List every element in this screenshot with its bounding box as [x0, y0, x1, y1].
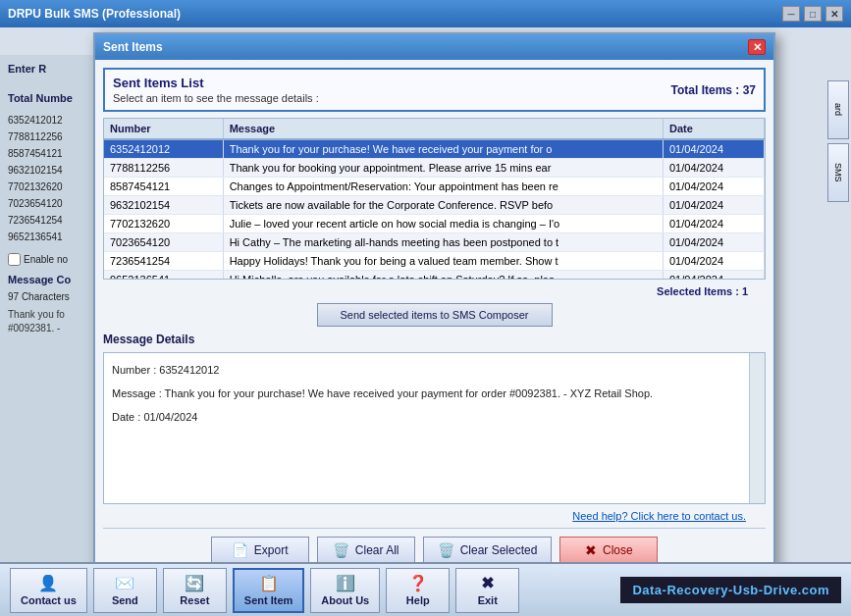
export-icon: 📄 — [232, 542, 248, 558]
taskbar-send-btn[interactable]: ✉️ Send — [93, 568, 157, 613]
message-date-line: Date : 01/04/2024 — [112, 408, 757, 426]
close-btn[interactable]: ✕ — [825, 6, 843, 22]
number-label: Number : — [112, 364, 159, 376]
message-text-line: Message : Thank you for your purchase! W… — [112, 385, 757, 402]
taskbar-about-btn[interactable]: ℹ️ About Us — [310, 568, 380, 613]
cell-number: 9652136541 — [104, 271, 223, 280]
table-row[interactable]: 9652136541 Hi Michelle, are you availabl… — [104, 271, 765, 280]
sent-item-icon: 📋 — [259, 574, 279, 592]
total-num-label: Total Numbe — [4, 88, 99, 108]
table-row[interactable]: 7788112256 Thank you for booking your ap… — [104, 159, 765, 178]
table-row[interactable]: 8587454121 Changes to Appointment/Reserv… — [104, 178, 765, 196]
sent-items-title: Sent Items List — [113, 76, 319, 90]
sent-items-table: Number Message Date 6352412012 Thank you… — [104, 119, 765, 279]
list-item: 7236541254 — [8, 212, 95, 229]
exit-label: Exit — [478, 594, 498, 606]
cell-message: Tickets are now available for the Corpor… — [223, 196, 663, 215]
branding: Data-Recovery-Usb-Drive.com — [620, 577, 841, 603]
msg-preview: Thank you fo#0092381. - — [4, 304, 99, 339]
clear-all-button[interactable]: 🗑️ Clear All — [317, 537, 415, 564]
help-label: Help — [406, 594, 430, 606]
contact-icon: 👤 — [38, 574, 58, 592]
list-item: 7702132620 — [8, 179, 95, 195]
enter-r-label: Enter R — [4, 59, 99, 78]
col-header-message: Message — [223, 119, 663, 139]
message-value: Thank you for your purchase! We have rec… — [165, 387, 654, 399]
exit-icon: ✖ — [481, 574, 494, 592]
main-window: DRPU Bulk SMS (Professional) ─ □ ✕ Enter… — [0, 0, 851, 616]
maximize-btn[interactable]: □ — [804, 6, 822, 22]
right-side-buttons: ard SMS — [824, 77, 851, 206]
taskbar: 👤 Contact us ✉️ Send 🔄 Reset 📋 Sent Item… — [0, 562, 851, 616]
export-button[interactable]: 📄 Export — [211, 537, 309, 564]
taskbar-sent-item-btn[interactable]: 📋 Sent Item — [233, 568, 305, 613]
clear-selected-button[interactable]: 🗑️ Clear Selected — [423, 537, 553, 564]
table-row[interactable]: 7236541254 Happy Holidays! Thank you for… — [104, 252, 765, 271]
cell-message: Thank you for your purchase! We have rec… — [223, 139, 663, 159]
cell-message: Hi Michelle, are you available for a lat… — [223, 271, 663, 280]
about-label: About Us — [321, 594, 369, 606]
enable-checkbox[interactable] — [8, 253, 21, 266]
table-row[interactable]: 7702132620 Julie – loved your recent art… — [104, 215, 765, 233]
cell-date: 01/04/2024 — [663, 159, 764, 178]
list-item: 9652136541 — [8, 229, 95, 245]
taskbar-contact-btn[interactable]: 👤 Contact us — [10, 568, 87, 613]
minimize-btn[interactable]: ─ — [782, 6, 800, 22]
cell-number: 8587454121 — [104, 178, 223, 196]
side-btn-1[interactable]: ard — [827, 80, 849, 139]
cell-date: 01/04/2024 — [663, 215, 764, 233]
message-details-box: Number : 6352412012 Message : Thank you … — [103, 352, 766, 504]
taskbar-reset-btn[interactable]: 🔄 Reset — [163, 568, 227, 613]
taskbar-help-btn[interactable]: ❓ Help — [386, 568, 450, 613]
close-button[interactable]: ✖ Close — [559, 537, 658, 564]
cell-number: 7236541254 — [104, 252, 223, 271]
send-selected-button[interactable]: Send selected items to SMS Composer — [317, 303, 553, 327]
col-header-number: Number — [104, 119, 223, 139]
close-label: Close — [603, 543, 633, 557]
cell-number: 9632102154 — [104, 196, 223, 215]
sent-item-label: Sent Item — [244, 594, 293, 606]
taskbar-exit-btn[interactable]: ✖ Exit — [455, 568, 519, 613]
message-number-line: Number : 6352412012 — [112, 361, 757, 379]
list-item: 6352412012 — [8, 112, 95, 128]
col-header-date: Date — [663, 119, 764, 139]
table-row[interactable]: 9632102154 Tickets are now available for… — [104, 196, 765, 215]
cell-number: 7788112256 — [104, 159, 223, 178]
cell-number: 6352412012 — [104, 139, 223, 159]
clear-selected-label: Clear Selected — [460, 543, 538, 557]
clear-all-label: Clear All — [355, 543, 399, 557]
selected-items-label: Selected Items : 1 — [103, 285, 766, 297]
send-label: Send — [112, 594, 138, 606]
export-label: Export — [254, 543, 289, 557]
cell-date: 01/04/2024 — [663, 252, 764, 271]
details-scrollbar[interactable] — [749, 353, 765, 503]
cell-date: 01/04/2024 — [663, 196, 764, 215]
message-label: Message : — [112, 387, 165, 399]
cell-message: Happy Holidays! Thank you for being a va… — [223, 252, 663, 271]
table-scroll[interactable]: Number Message Date 6352412012 Thank you… — [104, 119, 765, 279]
clear-all-icon: 🗑️ — [333, 542, 349, 558]
cell-message: Julie – loved your recent article on how… — [223, 215, 663, 233]
list-item: 7023654120 — [8, 195, 95, 212]
about-icon: ℹ️ — [336, 574, 355, 592]
sent-items-subtitle: Select an item to see the message detail… — [113, 92, 319, 104]
message-details-label: Message Details — [103, 333, 766, 346]
sent-items-header: Sent Items List Select an item to see th… — [103, 68, 766, 112]
number-list: 6352412012 7788112256 8587454121 9632102… — [4, 108, 99, 249]
sent-items-table-container: Number Message Date 6352412012 Thank you… — [103, 118, 766, 280]
date-label: Date : — [112, 411, 143, 423]
msg-comp-label: Message Co — [4, 270, 99, 289]
date-value: 01/04/2024 — [143, 411, 197, 423]
side-btn-sms[interactable]: SMS — [827, 143, 849, 202]
table-row[interactable]: 7023654120 Hi Cathy – The marketing all-… — [104, 233, 765, 252]
table-row[interactable]: 6352412012 Thank you for your purchase! … — [104, 139, 765, 159]
cell-message: Hi Cathy – The marketing all-hands meeti… — [223, 233, 663, 252]
app-title: DRPU Bulk SMS (Professional) — [8, 7, 181, 21]
sent-items-dialog: Sent Items ✕ Sent Items List Select an i… — [93, 32, 775, 582]
help-link[interactable]: Need help? Click here to contact us. — [103, 510, 766, 522]
list-item: 7788112256 — [8, 128, 95, 145]
chars-label: 97 Characters — [4, 289, 99, 304]
cell-date: 01/04/2024 — [663, 233, 764, 252]
dialog-close-button[interactable]: ✕ — [748, 39, 766, 55]
title-bar-controls: ─ □ ✕ — [782, 6, 843, 22]
